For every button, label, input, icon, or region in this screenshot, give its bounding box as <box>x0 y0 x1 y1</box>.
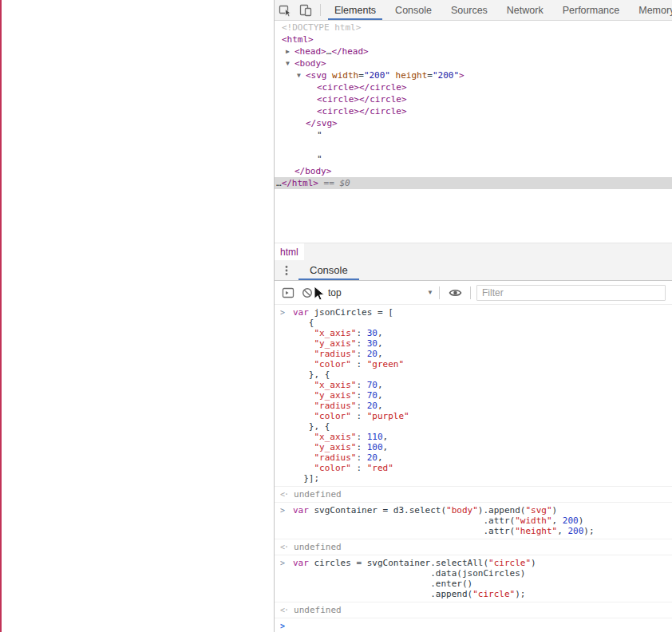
show-console-sidebar-button[interactable] <box>279 283 298 302</box>
elements-panel: <!DOCTYPE html><html>▶<head>…</head>▼<bo… <box>275 21 672 260</box>
prompt-chevron-icon: > <box>275 505 287 536</box>
prompt-chevron-icon: > <box>275 307 287 484</box>
breadcrumb-html[interactable]: html <box>275 243 304 260</box>
dom-tree: <!DOCTYPE html><html>▶<head>…</head>▼<bo… <box>275 21 672 189</box>
main-tab-performance[interactable]: Performance <box>553 0 630 20</box>
dom-row-text-node[interactable]: " <box>275 129 672 141</box>
dom-row-html-close-selected[interactable]: …</html> == $0 <box>275 177 672 189</box>
result-arrow-icon: <· <box>275 542 288 552</box>
console-sidebar-icon <box>282 286 294 299</box>
result-arrow-icon: <· <box>275 605 288 615</box>
dom-row-head[interactable]: ▶<head>…</head> <box>275 45 672 57</box>
console-messages: >var jsonCircles = [ { "x_axis": 30, "y_… <box>275 305 672 632</box>
dom-row-circle-1[interactable]: <circle></circle> <box>275 81 672 93</box>
main-tab-console[interactable]: Console <box>385 0 441 20</box>
toolbar-divider <box>320 4 321 16</box>
dom-row-doctype[interactable]: <!DOCTYPE html> <box>275 22 672 34</box>
console-input-entry: >var circles = svgContainer.selectAll("c… <box>275 555 672 602</box>
inspect-element-button[interactable] <box>275 0 295 20</box>
console-result-entry: <·undefined <box>275 602 672 618</box>
main-tab-elements[interactable]: Elements <box>325 0 385 20</box>
console-entry-content: var jsonCircles = [ { "x_axis": 30, "y_a… <box>293 307 409 484</box>
collapsed-arrow-icon[interactable]: ▶ <box>286 45 290 57</box>
prompt-chevron-icon: > <box>275 558 287 599</box>
console-prompt-entry[interactable]: > <box>275 618 672 632</box>
device-toolbar-button[interactable] <box>295 0 316 20</box>
drawer-tab-console[interactable]: Console <box>298 260 359 280</box>
console-entry-content: undefined <box>294 542 342 552</box>
dom-row-circle-2[interactable]: <circle></circle> <box>275 93 672 105</box>
console-entry-content: undefined <box>294 605 342 615</box>
expanded-arrow-icon[interactable]: ▼ <box>297 69 301 81</box>
main-tab-bar: ElementsConsoleSourcesNetworkPerformance… <box>325 0 672 20</box>
main-tab-network[interactable]: Network <box>497 0 553 20</box>
inspect-element-icon <box>279 4 291 17</box>
dom-row-body-close[interactable]: </body> <box>275 165 672 177</box>
main-tab-memory[interactable]: Memory <box>629 0 672 20</box>
drawer-tab-label: Console <box>310 264 348 276</box>
dom-row-body-open[interactable]: ▼<body> <box>275 57 672 69</box>
vertical-dots-icon <box>281 264 292 277</box>
console-filter-input[interactable] <box>476 285 666 301</box>
eye-icon <box>449 286 462 299</box>
console-input-entry: >var jsonCircles = [ { "x_axis": 30, "y_… <box>275 305 672 487</box>
expanded-arrow-icon[interactable]: ▼ <box>286 57 290 69</box>
dom-row-text-node[interactable]: " <box>275 153 672 165</box>
execution-context-label: top <box>328 287 342 298</box>
console-entry-content: undefined <box>294 489 342 500</box>
dom-row-html-open[interactable]: <html> <box>275 34 672 45</box>
result-arrow-icon: <· <box>275 489 288 500</box>
dom-row-circle-3[interactable]: <circle></circle> <box>275 105 672 117</box>
dom-row-svg-open[interactable]: ▼<svg width="200" height="200"> <box>275 69 672 81</box>
dom-row-svg-close[interactable]: </svg> <box>275 117 672 129</box>
toolbar-divider <box>439 286 440 299</box>
devtools-panel: ElementsConsoleSourcesNetworkPerformance… <box>274 0 672 632</box>
execution-context-selector[interactable]: top ▼ <box>328 287 433 298</box>
prompt-chevron-icon: > <box>275 621 287 631</box>
dom-row-blank[interactable] <box>275 141 672 153</box>
clear-console-icon <box>301 286 314 299</box>
console-result-entry: <·undefined <box>275 539 672 555</box>
device-toolbar-icon <box>299 4 312 17</box>
console-entry-content: var svgContainer = d3.select("body").app… <box>293 505 595 536</box>
chevron-down-icon: ▼ <box>427 289 433 296</box>
page-left-accent-line <box>0 0 2 632</box>
breadcrumb-bar: html <box>275 243 672 260</box>
drawer-menu-button[interactable] <box>275 260 298 280</box>
console-toolbar: top ▼ <box>275 281 672 305</box>
create-live-expression-button[interactable] <box>445 283 464 302</box>
drawer-header: Console <box>275 260 672 281</box>
console-result-entry: <·undefined <box>275 487 672 503</box>
clear-console-button[interactable] <box>298 283 317 302</box>
toolbar-divider <box>470 286 471 299</box>
main-tab-sources[interactable]: Sources <box>441 0 497 20</box>
console-entry-content: var circles = svgContainer.selectAll("ci… <box>293 558 536 599</box>
console-input-entry: >var svgContainer = d3.select("body").ap… <box>275 503 672 539</box>
devtools-main-toolbar: ElementsConsoleSourcesNetworkPerformance… <box>275 0 672 21</box>
